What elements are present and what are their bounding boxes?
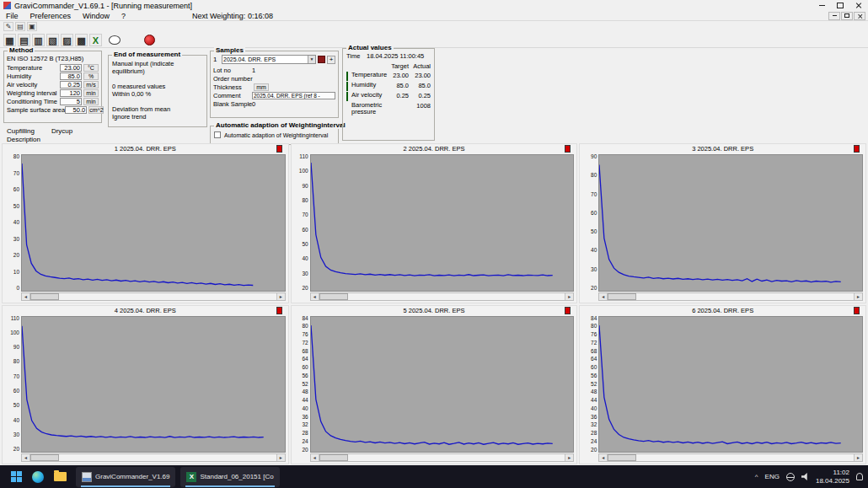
- measured-values-label: 0 measured values: [112, 83, 203, 90]
- y-tick-label: 110: [4, 316, 19, 322]
- sample-select[interactable]: 2025.04. DRR. EPS ▼: [222, 55, 316, 64]
- close-button[interactable]: [849, 0, 868, 11]
- network-icon[interactable]: [786, 473, 795, 481]
- scroll-track[interactable]: [30, 293, 276, 300]
- taskbar-clock[interactable]: 11:02 18.04.2025: [816, 469, 849, 485]
- stop-measurement-button[interactable]: [144, 35, 155, 46]
- scroll-right-button[interactable]: ►: [565, 454, 573, 461]
- comment-field[interactable]: 2025.04. DRR. EPS (ref 8 -: [252, 92, 335, 99]
- scroll-right-button[interactable]: ►: [565, 293, 573, 300]
- excel-export-icon[interactable]: X: [89, 34, 102, 46]
- scroll-track[interactable]: [319, 454, 565, 461]
- status-led-icon: [346, 92, 348, 101]
- menu-preferences[interactable]: Preferences: [24, 12, 78, 20]
- menu-window[interactable]: Window: [77, 12, 115, 20]
- edit-icon[interactable]: ✎: [3, 22, 13, 31]
- sample-index: 1: [213, 56, 220, 63]
- comment-bubble-icon[interactable]: [109, 35, 121, 45]
- app-icon: [3, 2, 11, 9]
- samples-grid-icon[interactable]: ▧: [46, 34, 59, 46]
- scroll-track[interactable]: [608, 293, 854, 300]
- task-label: Standard_06_20151 [Co: [200, 473, 273, 480]
- table-view-icon[interactable]: ▦: [3, 34, 16, 46]
- list-view-icon[interactable]: ▤: [18, 34, 30, 46]
- chart-scrollbar[interactable]: ◄►: [21, 292, 286, 301]
- scroll-thumb[interactable]: [608, 454, 636, 461]
- menu-help[interactable]: ?: [115, 12, 131, 20]
- maximize-icon: [837, 3, 844, 8]
- chart-scrollbar[interactable]: ◄►: [598, 292, 863, 301]
- scroll-thumb[interactable]: [608, 293, 636, 300]
- scroll-left-button[interactable]: ◄: [22, 454, 30, 461]
- method-row-value[interactable]: 85.0: [60, 72, 82, 80]
- tray-overflow-button[interactable]: ^: [755, 473, 758, 480]
- scroll-track[interactable]: [319, 293, 565, 300]
- auto-adaption-checkbox[interactable]: [214, 131, 221, 138]
- chart-icon[interactable]: ▤: [15, 22, 25, 31]
- scroll-left-button[interactable]: ◄: [22, 293, 30, 300]
- scroll-right-button[interactable]: ►: [854, 293, 862, 300]
- method-row: Temperature23.00°C: [4, 64, 101, 72]
- minimize-button[interactable]: [812, 0, 831, 11]
- scroll-left-button[interactable]: ◄: [599, 293, 608, 300]
- report-grid-icon[interactable]: ▩: [75, 34, 88, 46]
- method-row-value[interactable]: 5: [60, 98, 82, 105]
- menu-file[interactable]: File: [0, 12, 24, 20]
- scroll-thumb[interactable]: [30, 454, 59, 461]
- actual-row-label: Humidity: [351, 82, 388, 88]
- start-button[interactable]: [5, 467, 27, 487]
- actual-value-row: Barometric pressure1008: [343, 101, 434, 117]
- mdi-restore-button[interactable]: [841, 12, 853, 20]
- chart-scrollbar[interactable]: ◄►: [310, 292, 575, 301]
- thickness-unit-button[interactable]: mm: [254, 83, 269, 91]
- sample-select-value: 2025.04. DRR. EPS: [222, 56, 308, 63]
- method-row-value[interactable]: 23.00: [60, 64, 82, 72]
- method-row: Air velocity0.25m/s: [4, 81, 101, 88]
- chart-scrollbar[interactable]: ◄►: [21, 453, 286, 462]
- y-tick-label: 40: [293, 406, 308, 412]
- scroll-thumb[interactable]: [319, 454, 348, 461]
- y-tick-label: 20: [4, 253, 19, 259]
- chart-scrollbar[interactable]: ◄►: [598, 453, 863, 462]
- method-row-value[interactable]: 0.25: [60, 81, 82, 88]
- scroll-left-button[interactable]: ◄: [311, 454, 319, 461]
- plot-area: [598, 154, 863, 292]
- restore-icon: [844, 13, 849, 18]
- remove-sample-button[interactable]: [318, 56, 325, 63]
- chart-panel-4: 4 2025.04. DRR. EPS 11010090807060504030…: [2, 305, 289, 465]
- language-indicator[interactable]: ENG: [765, 473, 780, 480]
- notifications-icon[interactable]: [856, 473, 863, 480]
- y-tick-label: 60: [581, 365, 597, 371]
- scroll-thumb[interactable]: [319, 293, 348, 300]
- taskbar-task-gravicommander[interactable]: GraviCommander_V1.69: [76, 467, 175, 487]
- scroll-thumb[interactable]: [30, 293, 59, 300]
- y-tick-label: 20: [4, 447, 19, 453]
- mdi-close-button[interactable]: [854, 12, 865, 20]
- chart-panel-6: 6 2025.04. DRR. EPS 84807672686460565248…: [579, 305, 866, 465]
- chart-scrollbar[interactable]: ◄►: [310, 453, 575, 462]
- chevron-down-icon[interactable]: ▼: [308, 56, 315, 63]
- y-tick-label: 50: [581, 229, 597, 235]
- edge-browser-button[interactable]: [27, 467, 49, 487]
- taskbar-task-spreadsheet[interactable]: X Standard_06_20151 [Co: [180, 467, 279, 487]
- method-row-value[interactable]: 120: [60, 89, 82, 97]
- scroll-left-button[interactable]: ◄: [311, 293, 319, 300]
- scroll-right-button[interactable]: ►: [854, 454, 862, 461]
- y-tick-label: 80: [293, 198, 308, 204]
- scroll-track[interactable]: [608, 454, 854, 461]
- mdi-minimize-button[interactable]: [828, 12, 840, 20]
- toolbar-main-icons: ▦▤▥▧▨▩X: [3, 34, 102, 46]
- maximize-button[interactable]: [831, 0, 849, 11]
- method-row-value[interactable]: 50.0: [65, 106, 87, 114]
- scroll-right-button[interactable]: ►: [276, 454, 285, 461]
- results-grid-icon[interactable]: ▨: [61, 34, 73, 46]
- scroll-track[interactable]: [30, 454, 276, 461]
- scroll-right-button[interactable]: ►: [276, 293, 285, 300]
- columns-view-icon[interactable]: ▥: [32, 34, 45, 46]
- volume-icon[interactable]: [801, 473, 809, 480]
- record-indicator-icon: [276, 145, 282, 153]
- add-sample-button[interactable]: +: [327, 56, 335, 64]
- scroll-left-button[interactable]: ◄: [599, 454, 608, 461]
- save-icon[interactable]: ▣: [27, 22, 37, 31]
- file-explorer-button[interactable]: [49, 467, 71, 487]
